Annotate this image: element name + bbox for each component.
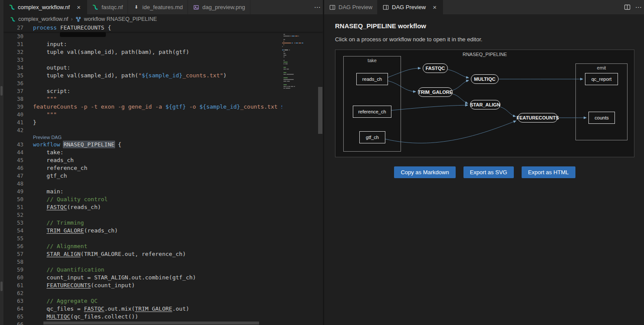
- nextflow-icon: [10, 16, 16, 23]
- code-line-64[interactable]: 64 qc_files = FASTQC.out.mix(TRIM_GALORE…: [3, 305, 323, 313]
- code-line-63[interactable]: 63 // Aggregate QC: [3, 297, 323, 305]
- code-line-51[interactable]: 51 FASTQC(reads_ch): [3, 203, 323, 211]
- node-reference-ch[interactable]: reference_ch: [353, 106, 391, 118]
- code-line-54[interactable]: 54 TRIM_GALORE(reads_ch): [3, 227, 323, 235]
- node-trim-galore[interactable]: TRIM_GALORE: [418, 87, 453, 97]
- dag-preview-panel: DAG Preview DAG Preview × ⋯ RNASEQ_PIPEL…: [324, 0, 644, 325]
- copy-as-markdown-button[interactable]: Copy as Markdown: [394, 166, 455, 178]
- breadcrumb-file[interactable]: complex_workflow.nf: [18, 16, 68, 22]
- inline-decoration: [60, 32, 106, 37]
- editor[interactable]: 3031 input:32 tuple val(sample_id), path…: [3, 24, 323, 325]
- page-title: RNASEQ_PIPELINE workflow: [335, 22, 634, 30]
- sticky-scroll-line[interactable]: 27process FEATURECOUNTS {: [3, 24, 323, 32]
- vertical-scrollbar-thumb[interactable]: [318, 87, 322, 134]
- code-line-39[interactable]: 39featureCounts -p -t exon -g gene_id -a…: [3, 103, 323, 111]
- export-as-svg-button[interactable]: Export as SVG: [463, 166, 514, 178]
- code-line-43[interactable]: 43workflow RNASEQ_PIPELINE {: [3, 141, 323, 149]
- strip-decoration: [0, 282, 3, 291]
- tab-label: DAG Preview: [392, 4, 426, 10]
- breadcrumb-symbol[interactable]: workflow RNASEQ_PIPELINE: [84, 16, 157, 22]
- page-subtitle: Click on a process or workflow node to o…: [335, 36, 634, 43]
- node-counts[interactable]: counts: [588, 112, 615, 124]
- symbol-workflow-icon: [76, 16, 82, 23]
- code-line-36[interactable]: 36: [3, 80, 323, 87]
- node-multiqc[interactable]: MULTIQC: [471, 74, 499, 84]
- code-line-62[interactable]: 62: [3, 289, 323, 297]
- code-line-30[interactable]: 30: [3, 33, 323, 40]
- tabs-overflow-button[interactable]: ⋯: [312, 0, 323, 14]
- code-line-32[interactable]: 32 tuple val(sample_id), path(bam), path…: [3, 48, 323, 56]
- preview-icon: [329, 4, 336, 11]
- code-line-52[interactable]: 52: [3, 211, 323, 219]
- code-line-31[interactable]: 31 input:: [3, 40, 323, 48]
- tab-dag-preview-inactive[interactable]: DAG Preview: [324, 0, 378, 14]
- code-line-44[interactable]: 44 take:: [3, 149, 323, 156]
- code-line-46[interactable]: 46 reference_ch: [3, 164, 323, 172]
- code-line-40[interactable]: 40 """: [3, 111, 323, 119]
- split-editor-icon[interactable]: [621, 0, 633, 14]
- export-buttons: Copy as Markdown Export as SVG Export as…: [335, 166, 634, 178]
- node-fastqc[interactable]: FASTQC: [423, 63, 448, 73]
- code-line-61[interactable]: 61 FEATURECOUNTS(count_input): [3, 282, 323, 289]
- code-line-41[interactable]: 41}: [3, 119, 323, 126]
- tab-fastqc[interactable]: fastqc.nf: [87, 0, 128, 14]
- code-line-49[interactable]: 49 main:: [3, 188, 323, 196]
- export-as-html-button[interactable]: Export as HTML: [522, 166, 575, 178]
- tab-complex-workflow[interactable]: complex_workflow.nf ×: [3, 0, 87, 14]
- code-line-34[interactable]: 34 output:: [3, 64, 323, 72]
- code-line-58[interactable]: 58: [3, 258, 323, 266]
- strip-decoration: [0, 86, 3, 96]
- code-line-37[interactable]: 37 script:: [3, 87, 323, 95]
- code-line-50[interactable]: 50 // Quality control: [3, 196, 323, 203]
- tab-dag-preview-png[interactable]: dag_preview.png: [188, 0, 250, 14]
- panel-tabbar: DAG Preview DAG Preview × ⋯: [324, 0, 644, 14]
- node-star-align[interactable]: STAR_ALIGN: [470, 100, 500, 109]
- editor-tabbar: complex_workflow.nf × fastqc.nf ⬇ ide_fe…: [3, 0, 323, 14]
- code-line-56[interactable]: 56 // Alignment: [3, 242, 323, 250]
- tabbar-spacer: [443, 0, 621, 14]
- code-line-47[interactable]: 47 gtf_ch: [3, 172, 323, 180]
- tab-ide-features[interactable]: ⬇ ide_features.md: [128, 0, 188, 14]
- dag-preview-content: RNASEQ_PIPELINE workflow Click on a proc…: [324, 14, 644, 178]
- dag-diagram: RNASEQ_PIPELINE: [335, 50, 634, 157]
- code-line-45[interactable]: 45 reads_ch: [3, 156, 323, 164]
- tab-label: dag_preview.png: [202, 4, 245, 10]
- code-line-57[interactable]: 57 STAR_ALIGN(TRIM_GALORE.out, reference…: [3, 250, 323, 258]
- close-icon[interactable]: ×: [76, 4, 82, 10]
- code-line-38[interactable]: 38 """: [3, 95, 323, 103]
- code-line-65[interactable]: 65 MULTIQC(qc_files.collect()): [3, 313, 323, 321]
- editor-group: complex_workflow.nf × fastqc.nf ⬇ ide_fe…: [3, 0, 324, 325]
- code-line-48[interactable]: 48: [3, 180, 323, 188]
- node-gtf-ch[interactable]: gtf_ch: [359, 131, 385, 143]
- breadcrumb[interactable]: complex_workflow.nf › workflow RNASEQ_PI…: [3, 14, 323, 24]
- code-line-59[interactable]: 59 // Quantification: [3, 266, 323, 274]
- markdown-arrow-icon: ⬇: [133, 4, 140, 11]
- code-line-33[interactable]: 33: [3, 56, 323, 64]
- nextflow-icon: [8, 4, 15, 11]
- code-rows: 3031 input:32 tuple val(sample_id), path…: [3, 33, 323, 325]
- minimap[interactable]: [282, 24, 309, 325]
- code-line-53[interactable]: 53 // Trimming: [3, 219, 323, 227]
- tabbar-spacer: [250, 0, 312, 14]
- horizontal-scrollbar-thumb[interactable]: [43, 322, 259, 325]
- tab-label: complex_workflow.nf: [18, 4, 70, 10]
- workbench: complex_workflow.nf × fastqc.nf ⬇ ide_fe…: [0, 0, 644, 325]
- node-qc-report[interactable]: qc_report: [585, 73, 618, 85]
- node-reads-ch[interactable]: reads_ch: [356, 73, 388, 85]
- more-actions-icon[interactable]: ⋯: [633, 0, 644, 14]
- chevron-right-icon: ›: [71, 16, 72, 22]
- code-line-35[interactable]: 35 tuple val(sample_id), path("${sample_…: [3, 72, 323, 80]
- activity-strip: [0, 0, 3, 325]
- codelens-preview-dag[interactable]: Preview DAG: [33, 134, 323, 141]
- node-featurecounts[interactable]: FEATURECOUNTS: [518, 113, 558, 123]
- code-line-42[interactable]: 42: [3, 126, 323, 134]
- close-icon[interactable]: ×: [431, 4, 438, 10]
- tab-label: ide_features.md: [142, 4, 183, 10]
- tab-label: fastqc.nf: [102, 4, 123, 10]
- tab-label: DAG Preview: [338, 4, 372, 10]
- tab-dag-preview-active[interactable]: DAG Preview ×: [378, 0, 443, 14]
- code-line-60[interactable]: 60 count_input = STAR_ALIGN.out.combine(…: [3, 274, 323, 282]
- code-line-55[interactable]: 55: [3, 235, 323, 242]
- preview-icon: [382, 4, 389, 11]
- image-icon: [193, 4, 200, 11]
